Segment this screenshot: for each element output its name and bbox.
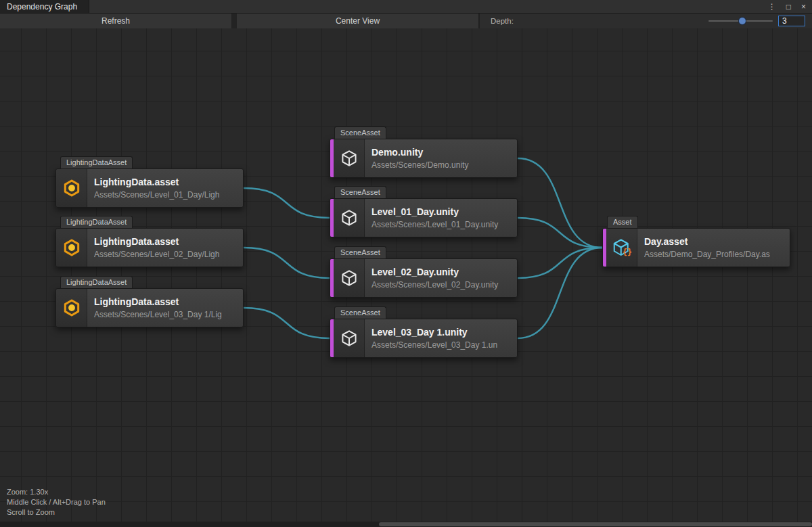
node-body: {} Day.asset Assets/Demo_Day_Profiles/Da… (602, 228, 790, 267)
graph-node[interactable]: SceneAsset Level_03_Day 1.unity Assets/S… (330, 319, 518, 358)
node-text: Demo.unity Assets/Scenes/Demo.unity (365, 139, 517, 177)
toolbar-separator (232, 14, 237, 28)
scene-icon (334, 199, 365, 237)
dependency-edge (518, 158, 602, 248)
toolbar: Refresh Center View Depth: (0, 14, 812, 28)
dependency-edge (518, 248, 602, 278)
node-type-label: LightingDataAsset (60, 216, 133, 228)
window-tab[interactable]: Dependency Graph (0, 0, 89, 13)
node-title: LightingData.asset (94, 236, 236, 247)
dependency-edge (244, 308, 330, 338)
node-text: LightingData.asset Assets/Scenes/Level_0… (87, 289, 243, 327)
status-overlay: Zoom: 1.30x Middle Click / Alt+Drag to P… (7, 487, 106, 518)
node-type-label: SceneAsset (334, 246, 386, 258)
node-body: Level_03_Day 1.unity Assets/Scenes/Level… (330, 319, 518, 358)
graph-node[interactable]: SceneAsset Demo.unity Assets/Scenes/Demo… (330, 139, 518, 178)
asset-icon: {} (606, 229, 637, 267)
node-path: Assets/Scenes/Level_01_Day.unity (371, 220, 510, 229)
node-title: Level_03_Day 1.unity (371, 327, 510, 338)
horizontal-scrollbar[interactable] (0, 522, 812, 527)
node-body: LightingData.asset Assets/Scenes/Level_0… (55, 228, 244, 267)
depth-controls: Depth: (479, 14, 812, 28)
graph-node[interactable]: SceneAsset Level_01_Day.unity Assets/Sce… (330, 198, 518, 237)
dependency-edge (518, 248, 602, 338)
dependency-graph-window: Dependency Graph ⋮ □ × Refresh Center Vi… (0, 0, 812, 527)
node-title: Demo.unity (371, 147, 510, 158)
horizontal-scrollbar-thumb[interactable] (379, 522, 812, 526)
maximize-icon[interactable]: □ (786, 3, 791, 11)
node-path: Assets/Scenes/Level_03_Day 1/Lig (94, 310, 236, 319)
node-type-label: SceneAsset (334, 127, 386, 139)
depth-slider-handle[interactable] (739, 18, 746, 24)
depth-value-field[interactable] (778, 16, 805, 26)
scene-icon (334, 259, 365, 297)
window-tab-title: Dependency Graph (7, 2, 77, 12)
kebab-menu-icon[interactable]: ⋮ (768, 3, 776, 11)
window-controls: ⋮ □ × (762, 0, 812, 13)
dependency-edge (244, 248, 330, 278)
lighting-data-icon (56, 289, 87, 327)
scene-icon (334, 139, 365, 177)
close-icon[interactable]: × (801, 3, 806, 11)
node-path: Assets/Scenes/Demo.unity (371, 160, 510, 170)
node-text: Day.asset Assets/Demo_Day_Profiles/Day.a… (637, 229, 790, 267)
node-title: LightingData.asset (94, 296, 236, 307)
center-view-button[interactable]: Center View (237, 14, 479, 28)
pan-hint-text: Middle Click / Alt+Drag to Pan (7, 497, 106, 507)
node-body: Demo.unity Assets/Scenes/Demo.unity (330, 139, 518, 178)
window-titlebar: Dependency Graph ⋮ □ × (0, 0, 812, 14)
node-title: Level_02_Day.unity (371, 267, 510, 277)
graph-canvas[interactable]: LightingDataAsset LightingData.asset Ass… (0, 28, 812, 527)
node-title: Day.asset (644, 236, 783, 247)
lighting-data-icon (56, 169, 87, 207)
node-type-label: LightingDataAsset (60, 276, 133, 288)
graph-node[interactable]: LightingDataAsset LightingData.asset Ass… (55, 168, 244, 208)
node-text: LightingData.asset Assets/Scenes/Level_0… (87, 229, 243, 267)
node-body: Level_02_Day.unity Assets/Scenes/Level_0… (330, 258, 518, 298)
scene-icon (334, 319, 365, 357)
node-type-label: LightingDataAsset (60, 156, 133, 168)
lighting-data-icon (56, 229, 87, 267)
node-title: LightingData.asset (94, 177, 236, 187)
node-text: Level_03_Day 1.unity Assets/Scenes/Level… (365, 319, 517, 357)
dependency-edge (244, 188, 330, 218)
node-type-label: Asset (607, 216, 638, 228)
refresh-button[interactable]: Refresh (0, 14, 232, 28)
node-body: LightingData.asset Assets/Scenes/Level_0… (55, 168, 244, 208)
node-body: LightingData.asset Assets/Scenes/Level_0… (55, 288, 244, 327)
zoom-level-text: Zoom: 1.30x (7, 487, 106, 497)
depth-label: Depth: (491, 17, 514, 25)
node-path: Assets/Scenes/Level_01_Day/Ligh (94, 190, 236, 200)
node-type-label: SceneAsset (334, 306, 386, 319)
depth-slider[interactable] (708, 16, 773, 26)
graph-node[interactable]: LightingDataAsset LightingData.asset Ass… (55, 288, 244, 327)
node-text: Level_01_Day.unity Assets/Scenes/Level_0… (365, 199, 517, 237)
node-body: Level_01_Day.unity Assets/Scenes/Level_0… (330, 198, 518, 237)
node-type-label: SceneAsset (334, 186, 386, 198)
dependency-edge (518, 218, 602, 248)
node-text: LightingData.asset Assets/Scenes/Level_0… (87, 169, 243, 207)
graph-node[interactable]: Asset {} Day.asset Assets/Demo_Day_Profi… (602, 228, 790, 267)
zoom-hint-text: Scroll to Zoom (7, 507, 106, 518)
node-path: Assets/Scenes/Level_02_Day.unity (371, 280, 510, 290)
graph-node[interactable]: LightingDataAsset LightingData.asset Ass… (55, 228, 244, 267)
center-view-button-label: Center View (336, 16, 380, 26)
node-path: Assets/Scenes/Level_02_Day/Ligh (94, 250, 236, 259)
graph-node[interactable]: SceneAsset Level_02_Day.unity Assets/Sce… (330, 258, 518, 298)
node-path: Assets/Demo_Day_Profiles/Day.as (644, 250, 783, 259)
node-title: Level_01_Day.unity (371, 206, 510, 217)
node-path: Assets/Scenes/Level_03_Day 1.un (371, 340, 510, 350)
svg-text:{}: {} (622, 248, 631, 257)
refresh-button-label: Refresh (102, 16, 130, 26)
node-text: Level_02_Day.unity Assets/Scenes/Level_0… (365, 259, 517, 297)
